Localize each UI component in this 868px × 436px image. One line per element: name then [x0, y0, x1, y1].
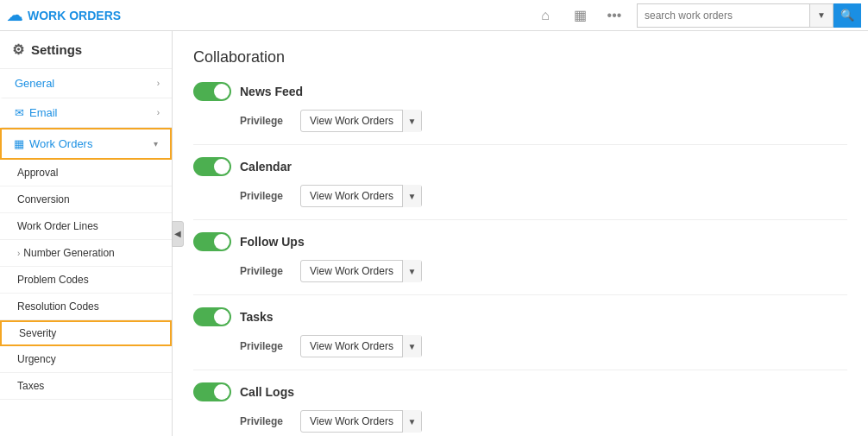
- app-logo: ☁ WORK ORDERS: [7, 6, 158, 25]
- sidebar-sub-severity[interactable]: Severity: [0, 320, 172, 346]
- calendar-toggle[interactable]: [193, 157, 231, 176]
- chevron-right-icon: ›: [157, 108, 160, 117]
- collab-follow-ups-row: Follow Ups: [193, 232, 847, 251]
- collab-section-tasks: Tasks Privilege View Work Orders ▼: [193, 307, 847, 370]
- news-feed-privilege-label: Privilege: [240, 115, 292, 127]
- search-dropdown-button[interactable]: ▼: [809, 3, 833, 28]
- collab-section-follow-ups: Follow Ups Privilege View Work Orders ▼: [193, 232, 847, 295]
- chart-icon: ▦: [574, 7, 587, 23]
- call-logs-toggle[interactable]: [193, 382, 231, 401]
- calendar-label: Calendar: [240, 160, 292, 174]
- sidebar-sub-resolution-codes-label: Resolution Codes: [17, 300, 99, 313]
- sidebar-sub-problem-codes-label: Problem Codes: [17, 274, 89, 286]
- sidebar-sub-work-order-lines-label: Work Order Lines: [17, 220, 98, 232]
- follow-ups-privilege-select[interactable]: View Work Orders ▼: [300, 260, 422, 282]
- calendar-privilege-select[interactable]: View Work Orders ▼: [300, 185, 422, 207]
- main-wrapper: ◀ Collaboration News Feed Privilege View…: [173, 31, 868, 436]
- dropdown-arrow-icon: ▼: [817, 10, 826, 20]
- sidebar-item-general[interactable]: General ›: [0, 69, 172, 98]
- sidebar-sub-work-order-lines[interactable]: Work Order Lines: [0, 213, 172, 240]
- home-icon: ⌂: [541, 8, 550, 23]
- sidebar-item-email[interactable]: ✉ Email ›: [0, 98, 172, 128]
- toggle-knob: [214, 309, 230, 325]
- tasks-privilege-select[interactable]: View Work Orders ▼: [300, 335, 422, 357]
- toggle-knob: [214, 234, 230, 250]
- collab-calendar-row: Calendar: [193, 157, 847, 176]
- sidebar-item-general-label: General: [15, 77, 54, 90]
- search-icon: 🔍: [840, 9, 854, 22]
- collab-section-news-feed: News Feed Privilege View Work Orders ▼: [193, 82, 847, 145]
- tasks-privilege-value: View Work Orders: [301, 340, 402, 352]
- collab-tasks-row: Tasks: [193, 307, 847, 326]
- news-feed-privilege-value: View Work Orders: [301, 115, 402, 127]
- chevron-right-small-icon: ›: [17, 249, 20, 258]
- follow-ups-toggle[interactable]: [193, 232, 231, 251]
- toggle-knob: [214, 159, 230, 174]
- tasks-label: Tasks: [240, 310, 274, 324]
- call-logs-privilege-label: Privilege: [240, 415, 292, 427]
- follow-ups-label: Follow Ups: [240, 235, 305, 249]
- call-logs-privilege-select[interactable]: View Work Orders ▼: [300, 410, 422, 433]
- collapse-icon: ◀: [174, 229, 181, 238]
- gear-icon: ⚙: [12, 41, 24, 58]
- more-icon: •••: [607, 8, 622, 23]
- work-orders-icon: ▦: [14, 137, 24, 150]
- chart-button[interactable]: ▦: [566, 3, 594, 28]
- sidebar-item-email-label: Email: [29, 106, 58, 119]
- tasks-privilege-label: Privilege: [240, 340, 292, 352]
- collab-news-feed-row: News Feed: [193, 82, 847, 101]
- tasks-toggle[interactable]: [193, 307, 231, 326]
- privilege-dropdown-arrow-icon: ▼: [402, 260, 421, 282]
- toggle-knob: [214, 384, 230, 400]
- sidebar-sub-urgency-label: Urgency: [17, 353, 56, 365]
- sidebar-sub-number-generation[interactable]: › Number Generation: [0, 240, 172, 267]
- collab-section-call-logs: Call Logs Privilege View Work Orders ▼: [193, 382, 847, 436]
- call-logs-label: Call Logs: [240, 385, 294, 399]
- sidebar-sub-resolution-codes[interactable]: Resolution Codes: [0, 294, 172, 320]
- sidebar-item-work-orders[interactable]: ▦ Work Orders ▾: [0, 128, 172, 160]
- news-feed-label: News Feed: [240, 85, 303, 98]
- sidebar-sub-problem-codes[interactable]: Problem Codes: [0, 267, 172, 294]
- follow-ups-privilege-value: View Work Orders: [301, 265, 402, 277]
- call-logs-privilege-row: Privilege View Work Orders ▼: [240, 410, 847, 433]
- follow-ups-privilege-label: Privilege: [240, 265, 292, 277]
- chevron-right-icon: ›: [157, 79, 160, 88]
- header-icons: ⌂ ▦ •••: [531, 3, 628, 28]
- home-button[interactable]: ⌂: [531, 3, 559, 28]
- follow-ups-privilege-row: Privilege View Work Orders ▼: [240, 260, 847, 282]
- collab-section-calendar: Calendar Privilege View Work Orders ▼: [193, 157, 847, 220]
- calendar-privilege-value: View Work Orders: [301, 190, 402, 202]
- news-feed-privilege-row: Privilege View Work Orders ▼: [240, 110, 847, 132]
- search-container: ▼ 🔍: [637, 3, 861, 28]
- sidebar-sub-taxes[interactable]: Taxes: [0, 373, 172, 400]
- sidebar: ⚙ Settings General › ✉ Email › ▦ Work Or…: [0, 31, 173, 436]
- more-button[interactable]: •••: [601, 3, 628, 28]
- sidebar-sub-taxes-label: Taxes: [17, 380, 44, 392]
- sidebar-item-work-orders-label: Work Orders: [29, 137, 92, 150]
- app-title: WORK ORDERS: [28, 9, 121, 22]
- chevron-down-icon: ▾: [154, 139, 158, 148]
- privilege-dropdown-arrow-icon: ▼: [402, 335, 421, 357]
- toggle-knob: [214, 84, 230, 99]
- calendar-privilege-row: Privilege View Work Orders ▼: [240, 185, 847, 207]
- call-logs-privilege-value: View Work Orders: [301, 415, 402, 427]
- privilege-dropdown-arrow-icon: ▼: [402, 110, 421, 132]
- collapse-sidebar-button[interactable]: ◀: [172, 221, 184, 247]
- collab-call-logs-row: Call Logs: [193, 382, 847, 401]
- sidebar-sub-conversion[interactable]: Conversion: [0, 186, 172, 213]
- news-feed-privilege-select[interactable]: View Work Orders ▼: [300, 110, 422, 132]
- sidebar-sub-severity-label: Severity: [19, 327, 56, 339]
- cloud-icon: ☁: [7, 6, 22, 25]
- search-input[interactable]: [637, 3, 809, 28]
- calendar-privilege-label: Privilege: [240, 190, 292, 202]
- main-content: Collaboration News Feed Privilege View W…: [173, 31, 868, 436]
- email-icon: ✉: [15, 106, 24, 119]
- sidebar-sub-approval[interactable]: Approval: [0, 160, 172, 186]
- tasks-privilege-row: Privilege View Work Orders ▼: [240, 335, 847, 357]
- sidebar-sub-urgency[interactable]: Urgency: [0, 346, 172, 373]
- search-button[interactable]: 🔍: [833, 3, 861, 28]
- news-feed-toggle[interactable]: [193, 82, 231, 101]
- sidebar-sub-number-generation-label: Number Generation: [23, 247, 114, 259]
- sidebar-sub-conversion-label: Conversion: [17, 193, 70, 205]
- app-header: ☁ WORK ORDERS ⌂ ▦ ••• ▼ 🔍: [0, 0, 868, 31]
